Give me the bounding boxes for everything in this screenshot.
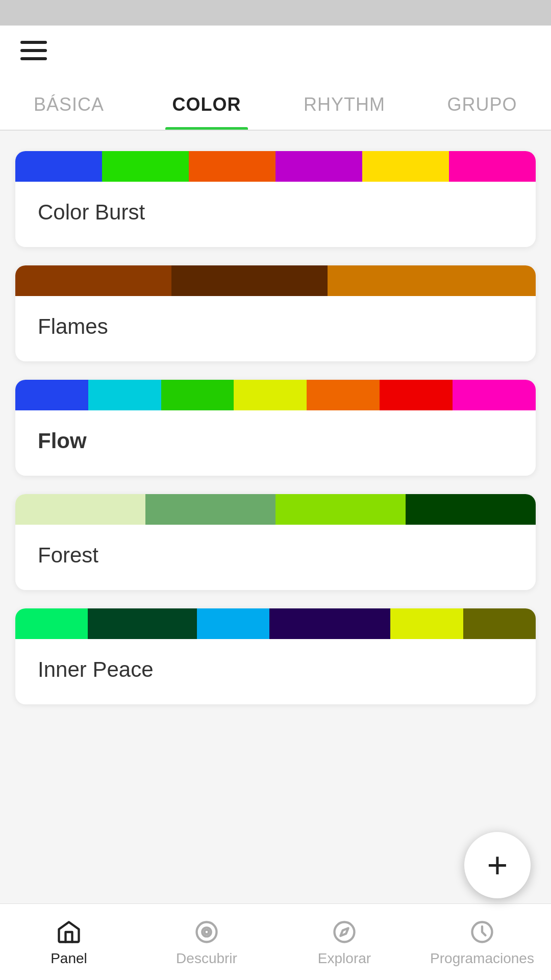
nav-item-programaciones[interactable]: Programaciones [413, 918, 551, 967]
card-flames[interactable]: Flames [15, 265, 536, 361]
color-segment [269, 608, 390, 639]
card-forest[interactable]: Forest [15, 494, 536, 590]
color-segment [276, 151, 362, 182]
color-segment [276, 494, 406, 525]
color-segment [88, 608, 196, 639]
color-segment [234, 380, 307, 410]
color-segment [328, 265, 536, 296]
plus-icon: + [487, 847, 508, 883]
color-segment [453, 380, 536, 410]
color-segment [197, 608, 269, 639]
color-segment [15, 151, 102, 182]
color-bar-forest [15, 494, 536, 525]
color-segment [449, 151, 536, 182]
card-title-forest: Forest [38, 543, 513, 568]
explore-icon [330, 918, 359, 946]
tab-rhythm[interactable]: RHYTHM [276, 76, 413, 130]
color-segment [406, 494, 536, 525]
tab-basica[interactable]: BÁSICA [0, 76, 138, 130]
color-segment [307, 380, 380, 410]
status-bar [0, 0, 551, 26]
color-segment [189, 151, 276, 182]
clock-icon [468, 918, 496, 946]
bottom-nav: PanelDescubrirExplorarProgramaciones [0, 903, 551, 980]
tab-color[interactable]: COLOR [138, 76, 276, 130]
tab-grupo[interactable]: GRUPO [413, 76, 551, 130]
card-title-inner-peace: Inner Peace [38, 657, 513, 682]
color-segment [463, 608, 536, 639]
nav-item-panel[interactable]: Panel [0, 918, 138, 967]
svg-point-2 [335, 922, 355, 942]
card-body-flames: Flames [15, 296, 536, 361]
color-segment [171, 265, 328, 296]
color-bar-inner-peace [15, 608, 536, 639]
color-bar-flow [15, 380, 536, 410]
color-segment [380, 380, 453, 410]
color-segment [102, 151, 189, 182]
color-segment [15, 608, 88, 639]
color-segment [161, 380, 234, 410]
nav-item-explorar[interactable]: Explorar [276, 918, 413, 967]
color-segment [15, 380, 88, 410]
color-bar-color-burst [15, 151, 536, 182]
card-body-flow: Flow [15, 410, 536, 476]
nav-label-explorar: Explorar [318, 950, 371, 967]
card-title-color-burst: Color Burst [38, 200, 513, 225]
add-button[interactable]: + [464, 832, 531, 898]
card-list: Color BurstFlamesFlowForestInner Peace [0, 131, 551, 796]
card-title-flames: Flames [38, 314, 513, 339]
color-segment [390, 608, 463, 639]
color-bar-flames [15, 265, 536, 296]
card-title-flow: Flow [38, 429, 513, 453]
card-body-forest: Forest [15, 525, 536, 590]
card-flow[interactable]: Flow [15, 380, 536, 476]
color-segment [88, 380, 161, 410]
nav-label-programaciones: Programaciones [430, 950, 534, 967]
home-icon [55, 918, 83, 946]
svg-point-1 [205, 929, 209, 934]
card-body-inner-peace: Inner Peace [15, 639, 536, 704]
nav-item-descubrir[interactable]: Descubrir [138, 918, 276, 967]
menu-button[interactable] [20, 41, 47, 60]
color-segment [15, 265, 171, 296]
color-segment [15, 494, 145, 525]
card-inner-peace[interactable]: Inner Peace [15, 608, 536, 704]
color-segment [145, 494, 276, 525]
svg-point-0 [197, 922, 217, 942]
card-color-burst[interactable]: Color Burst [15, 151, 536, 247]
card-body-color-burst: Color Burst [15, 182, 536, 247]
discover-icon [192, 918, 221, 946]
tabs-bar: BÁSICACOLORRHYTHMGRUPO [0, 76, 551, 131]
nav-label-descubrir: Descubrir [176, 950, 237, 967]
nav-label-panel: Panel [51, 950, 87, 967]
color-segment [362, 151, 449, 182]
header [0, 26, 551, 76]
